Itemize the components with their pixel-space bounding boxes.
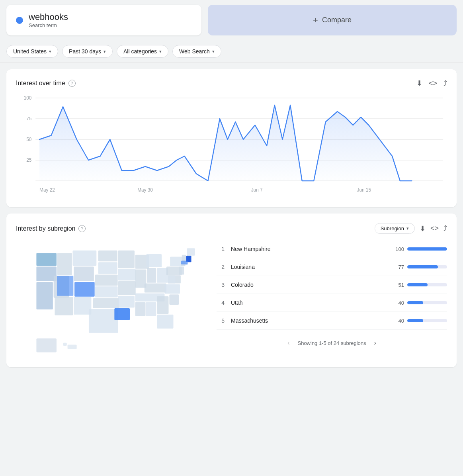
subregion-filter-label: Subregion (381, 225, 404, 231)
region-filter[interactable]: United States ▾ (6, 45, 58, 58)
svg-rect-18 (57, 253, 72, 275)
svg-rect-27 (98, 262, 117, 274)
svg-rect-51 (168, 276, 175, 284)
region-label: United States (13, 48, 47, 55)
subregion-filter-button[interactable]: Subregion ▾ (375, 223, 415, 234)
subregion-download-icon[interactable]: ⬇ (420, 224, 426, 233)
subregion-card-header: Interest by subregion ? Subregion ▾ ⬇ <>… (16, 223, 447, 234)
svg-text:May 30: May 30 (137, 187, 153, 193)
period-label: Past 30 days (69, 48, 101, 55)
interest-over-time-card: Interest over time ? ⬇ <> ⤴ 100 75 50 (6, 69, 457, 207)
svg-rect-22 (74, 282, 95, 297)
bar-fill-3 (407, 283, 428, 286)
svg-text:100: 100 (24, 95, 32, 101)
svg-rect-41 (157, 268, 168, 283)
period-filter[interactable]: Past 30 days ▾ (62, 45, 113, 58)
svg-rect-40 (147, 268, 156, 283)
svg-rect-23 (57, 276, 73, 296)
compare-card[interactable]: + Compare (208, 5, 457, 35)
help-icon[interactable]: ? (68, 80, 76, 87)
subregion-help-icon[interactable]: ? (78, 225, 86, 232)
score-3: 51 (390, 282, 404, 288)
svg-rect-44 (135, 302, 146, 316)
subregion-row: 5 Massachusetts 40 (217, 312, 447, 330)
pagination-row: ‹ Showing 1-5 of 24 subregions › (217, 330, 447, 348)
name-1: New Hampshire (228, 246, 387, 252)
chevron-down-icon: ▾ (49, 49, 51, 54)
svg-rect-61 (36, 339, 57, 353)
svg-rect-24 (55, 297, 73, 315)
embed-icon[interactable]: <> (429, 79, 437, 88)
share-icon[interactable]: ⤴ (443, 79, 447, 88)
search-term-text: webhooks Search term (29, 12, 68, 28)
subregion-title: Interest by subregion (16, 225, 75, 232)
chart-area: 100 75 50 25 May 22 May 30 Jun 7 Jun 15 (16, 94, 447, 198)
svg-rect-29 (95, 286, 118, 298)
bar-fill-4 (407, 301, 423, 304)
category-filter[interactable]: All categories ▾ (117, 45, 168, 58)
filter-bar: United States ▾ Past 30 days ▾ All categ… (0, 40, 463, 63)
svg-rect-16 (36, 267, 57, 282)
bar-container-2 (407, 265, 447, 268)
subregion-row: 4 Utah 40 (217, 294, 447, 312)
search-term-label: Search term (29, 22, 68, 28)
pagination-text: Showing 1-5 of 24 subregions (297, 340, 366, 346)
subregion-header-right: Subregion ▾ ⬇ <> ⤴ (375, 223, 447, 234)
compare-plus-icon: + (313, 15, 318, 25)
score-4: 40 (390, 300, 404, 306)
next-page-button[interactable]: › (371, 338, 379, 348)
svg-rect-48 (169, 295, 179, 305)
svg-rect-60 (181, 261, 188, 264)
svg-text:May 22: May 22 (39, 187, 55, 193)
chevron-down-icon: ▾ (159, 49, 162, 54)
download-icon[interactable]: ⬇ (416, 79, 422, 88)
subregion-embed-icon[interactable]: <> (430, 224, 439, 233)
bar-fill-2 (407, 265, 438, 268)
svg-rect-26 (98, 251, 117, 262)
rank-4: 4 (217, 300, 225, 306)
svg-rect-45 (146, 302, 156, 316)
search-term-card: webhooks Search term (6, 5, 201, 35)
svg-rect-42 (145, 284, 166, 293)
bar-container-3 (407, 283, 447, 286)
search-type-label: Web Search (179, 48, 210, 55)
search-term-value: webhooks (29, 12, 68, 22)
svg-rect-49 (164, 284, 180, 294)
chevron-down-icon: ▾ (104, 49, 106, 54)
bar-fill-1 (407, 247, 447, 251)
name-2: Louisiana (228, 264, 387, 270)
svg-rect-34 (118, 281, 136, 295)
score-2: 77 (390, 264, 404, 270)
subregion-row: 1 New Hampshire 100 (217, 240, 447, 258)
card-header: Interest over time ? ⬇ <> ⤴ (16, 79, 447, 88)
bar-container-4 (407, 301, 447, 304)
chevron-down-icon: ▾ (212, 49, 215, 54)
subregion-row: 2 Louisiana 77 (217, 258, 447, 276)
rank-2: 2 (217, 264, 225, 270)
subregion-share-icon[interactable]: ⤴ (443, 224, 447, 233)
card-title-row: Interest over time ? (16, 80, 76, 87)
search-type-filter[interactable]: Web Search ▾ (172, 45, 221, 58)
svg-rect-21 (74, 267, 94, 282)
search-dot (16, 17, 23, 24)
chart-svg: 100 75 50 25 May 22 May 30 Jun 7 Jun 15 (16, 94, 447, 198)
subregion-title-row: Interest by subregion ? (16, 225, 86, 232)
subregion-list: 1 New Hampshire 100 2 Louisiana 77 (217, 240, 447, 357)
svg-rect-36 (114, 309, 130, 320)
svg-rect-59 (187, 249, 195, 256)
subregion-content: 1 New Hampshire 100 2 Louisiana 77 (16, 240, 447, 357)
svg-marker-13 (39, 105, 412, 181)
name-4: Utah (228, 300, 387, 306)
chevron-down-icon: ▾ (406, 226, 409, 231)
bar-container-1 (407, 247, 447, 251)
prev-page-button[interactable]: ‹ (284, 338, 293, 348)
svg-rect-25 (74, 297, 91, 315)
subregion-row: 3 Colorado 51 (217, 276, 447, 294)
us-map-svg (20, 240, 203, 357)
svg-rect-30 (93, 298, 119, 309)
interest-by-subregion-card: Interest by subregion ? Subregion ▾ ⬇ <>… (6, 214, 457, 367)
map-area (16, 240, 207, 357)
bar-fill-5 (407, 319, 423, 322)
svg-rect-15 (36, 253, 57, 266)
svg-text:Jun 15: Jun 15 (357, 187, 371, 193)
